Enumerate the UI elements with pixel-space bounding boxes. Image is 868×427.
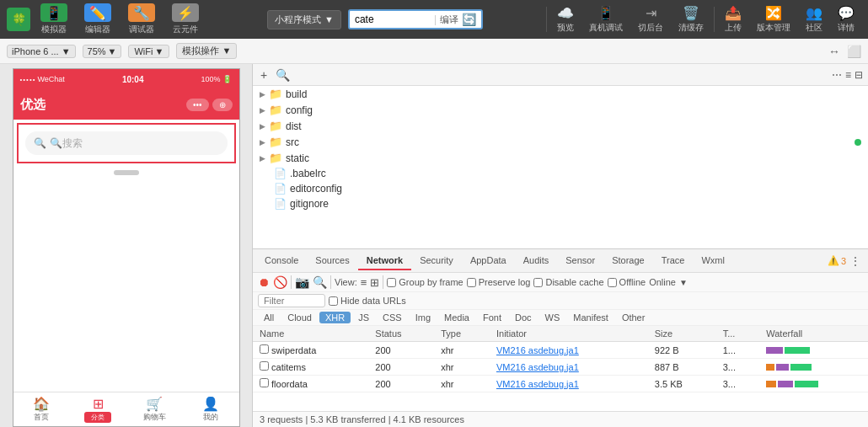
clear-cache-button[interactable]: 🗑️ 清缓存: [672, 3, 710, 36]
hide-data-urls-cb[interactable]: [329, 296, 338, 306]
devtools-menu-btn[interactable]: ⋮: [846, 254, 865, 268]
network-selector[interactable]: WiFi ▼: [128, 45, 169, 58]
tab-console[interactable]: Console: [256, 252, 307, 270]
row-check-1[interactable]: [260, 344, 269, 354]
tree-arrow-config: ▶: [260, 106, 265, 115]
device-selector[interactable]: iPhone 6 ... ▼: [7, 45, 76, 58]
tree-options-btn[interactable]: ⋯: [832, 69, 842, 81]
tab-trace[interactable]: Trace: [653, 252, 694, 270]
tree-dist[interactable]: ▶ 📁 dist: [253, 118, 868, 134]
nav-mine[interactable]: 👤 我的: [183, 392, 239, 426]
phone-action-btn-2[interactable]: ⊕: [212, 99, 233, 111]
nav-category[interactable]: ⊞ 分类: [70, 392, 126, 426]
tree-src[interactable]: ▶ 📁 src: [253, 134, 868, 150]
tree-babelrc[interactable]: 📄 .babelrc: [253, 166, 868, 181]
tab-audits[interactable]: Audits: [515, 252, 558, 270]
view-grid-btn[interactable]: ⊞: [370, 276, 379, 289]
tab-appdata[interactable]: AppData: [462, 252, 515, 270]
offline-cb[interactable]: [608, 278, 617, 287]
version-button[interactable]: 🔀 版本管理: [750, 3, 797, 36]
hide-data-urls-check[interactable]: Hide data URLs: [329, 296, 406, 306]
refresh-icon[interactable]: 🔄: [462, 13, 476, 26]
nav-home[interactable]: 🏠 首页: [13, 392, 70, 426]
backend-button[interactable]: ⇥ 切后台: [631, 3, 670, 36]
tree-editorconfig[interactable]: 📄 editorconfig: [253, 181, 868, 196]
tab-network[interactable]: Network: [358, 252, 411, 270]
net-divider-1: [291, 275, 292, 289]
phone-action-btns: ••• ⊕: [186, 99, 233, 111]
table-row[interactable]: catitems 200 xhr VM216 asdebug.ja1 887 B…: [253, 359, 868, 376]
debugger-button[interactable]: 🔧 调试器: [121, 2, 162, 37]
filter-media[interactable]: Media: [438, 312, 475, 323]
group-by-frame-check[interactable]: Group by frame: [387, 277, 463, 287]
upload-button[interactable]: 📤 上传: [718, 3, 748, 36]
net-divider-3: [383, 275, 383, 289]
table-row[interactable]: swiperdata 200 xhr VM216 asdebug.ja1 922…: [253, 342, 868, 359]
nav-cart[interactable]: 🛒 购物车: [126, 392, 183, 426]
row-type-3: xhr: [434, 376, 490, 392]
disable-cache-cb[interactable]: [533, 278, 543, 287]
mode-selector[interactable]: 小程序模式 ▼: [267, 10, 341, 29]
cate-input[interactable]: [355, 13, 431, 25]
filter-other[interactable]: Other: [616, 312, 651, 323]
offline-check[interactable]: Offline: [608, 277, 646, 287]
remote-debug-button[interactable]: 📱 真机调试: [582, 3, 630, 36]
tab-storage[interactable]: Storage: [603, 252, 653, 270]
tree-gitignore[interactable]: 📄 gitignore: [253, 196, 868, 211]
col-size: Size: [648, 326, 716, 342]
filter-manifest[interactable]: Manifest: [567, 312, 614, 323]
tree-collapse-btn[interactable]: ⊟: [855, 69, 863, 81]
filter-css[interactable]: CSS: [377, 312, 408, 323]
tree-static[interactable]: ▶ 📁 static: [253, 150, 868, 166]
rotate-icon[interactable]: ↔: [828, 45, 840, 58]
row-check-2[interactable]: [260, 361, 269, 371]
tree-view-btn[interactable]: ≡: [845, 69, 851, 81]
tab-security[interactable]: Security: [411, 252, 462, 270]
fullscreen-icon[interactable]: ⬜: [847, 45, 861, 58]
filter-ws[interactable]: WS: [539, 312, 566, 323]
battery-level: 100%: [201, 75, 220, 83]
phone-action-btn-1[interactable]: •••: [186, 99, 209, 111]
filter-xhr[interactable]: XHR: [319, 312, 351, 323]
search-tree-btn[interactable]: 🔍: [273, 67, 292, 83]
tab-sources[interactable]: Sources: [307, 252, 357, 270]
editor-button[interactable]: ✏️ 编辑器: [78, 2, 118, 37]
zoom-selector[interactable]: 75% ▼: [83, 45, 122, 58]
filter-all[interactable]: All: [258, 312, 280, 323]
online-arrow[interactable]: ▼: [679, 278, 688, 287]
group-frame-cb[interactable]: [387, 278, 396, 287]
table-row[interactable]: floordata 200 xhr VM216 asdebug.ja1 3.5 …: [253, 376, 868, 392]
filter-img[interactable]: Img: [410, 312, 437, 323]
preserve-log-cb[interactable]: [467, 278, 476, 287]
signal-dots: •••••: [20, 76, 36, 83]
search-box[interactable]: 🔍 🔍搜索: [25, 131, 228, 155]
clear-net-btn[interactable]: 🚫: [273, 275, 287, 289]
preview-button[interactable]: ☁️ 预览: [550, 3, 581, 36]
tree-build[interactable]: ▶ 📁 build: [253, 86, 868, 102]
operation-selector[interactable]: 模拟操作 ▼: [176, 43, 237, 59]
cloud-button[interactable]: ⚡ 云元件: [165, 2, 206, 37]
tab-sensor[interactable]: Sensor: [557, 252, 603, 270]
community-button[interactable]: 👥 社区: [799, 3, 829, 36]
filter-doc[interactable]: Doc: [509, 312, 538, 323]
preserve-log-check[interactable]: Preserve log: [467, 277, 531, 287]
initiator-link-2[interactable]: VM216 asdebug.ja1: [496, 362, 579, 372]
tab-wxml[interactable]: Wxml: [693, 252, 733, 270]
add-file-btn[interactable]: +: [258, 67, 270, 83]
record-btn[interactable]: ⏺: [258, 275, 270, 289]
filter-font[interactable]: Font: [477, 312, 507, 323]
view-list-btn[interactable]: ≡: [361, 276, 367, 289]
detail-button[interactable]: 💬 详情: [831, 3, 861, 36]
initiator-link-3[interactable]: VM216 asdebug.ja1: [496, 379, 579, 389]
disable-cache-check[interactable]: Disable cache: [533, 277, 603, 287]
phone-screen: ••••• WeChat 10:04 100% 🔋 优选 ••• ⊕: [13, 68, 240, 427]
tree-config[interactable]: ▶ 📁 config: [253, 102, 868, 118]
filter-net-btn[interactable]: 🔍: [313, 275, 327, 289]
camera-btn[interactable]: 📷: [295, 275, 309, 289]
initiator-link-1[interactable]: VM216 asdebug.ja1: [496, 345, 579, 355]
filter-js[interactable]: JS: [352, 312, 375, 323]
simulator-button[interactable]: 📱 模拟器: [34, 2, 74, 37]
filter-input[interactable]: [258, 294, 325, 307]
row-check-3[interactable]: [260, 378, 269, 387]
filter-cloud[interactable]: Cloud: [281, 312, 318, 323]
